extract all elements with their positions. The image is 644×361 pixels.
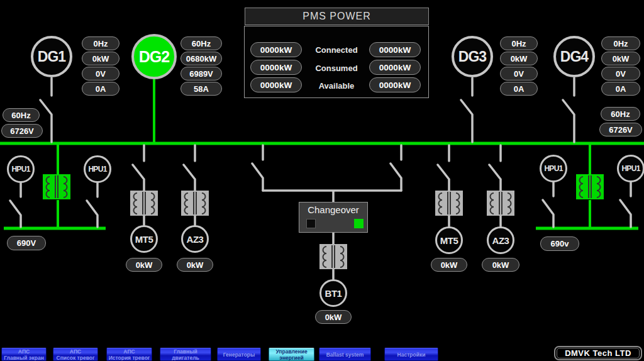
right-az3-power: 0kW [482, 258, 519, 272]
dg4-frequency: 0Hz [601, 36, 640, 50]
pms-connected-left-value: 0000kW [250, 42, 302, 57]
right-az3[interactable]: AZ3 [487, 226, 514, 254]
changeover-title: Changeover [299, 204, 367, 215]
generator-dg1[interactable]: DG1 [31, 36, 72, 77]
nav-generators[interactable]: Генераторы [217, 348, 261, 361]
left-bus-voltage: 6726V [1, 124, 43, 138]
left-az3-power: 0kW [177, 258, 213, 272]
dg4-breaker-open[interactable] [563, 78, 574, 142]
changeover-left-breaker-open[interactable] [252, 145, 263, 191]
left-mt5-power: 0kW [126, 258, 162, 272]
nav-label: История тревог [109, 355, 150, 361]
nav-label: Настройки [397, 352, 426, 358]
right-hpu1-b[interactable]: HPU1 [617, 155, 644, 182]
dg4-current: 0A [601, 82, 640, 96]
right-az3-transformer [487, 191, 514, 216]
dg2-power: 0680kW [180, 52, 222, 65]
right-mt5[interactable]: MT5 [435, 226, 463, 254]
right-bus-frequency: 60Hz [601, 107, 640, 121]
left-bus-frequency: 60Hz [3, 108, 40, 122]
pms-consumed-right-value: 0000kW [369, 60, 421, 75]
vendor-brand-box: DMVK Tech LTD [554, 346, 642, 360]
right-hpu1-a-breaker-open[interactable] [543, 182, 553, 227]
dg2-voltage: 6989V [180, 67, 222, 81]
generator-dg3[interactable]: DG3 [452, 36, 493, 77]
changeover-indicator-on [354, 219, 364, 228]
right-mt5-transformer [435, 191, 463, 216]
nav-settings[interactable]: Настройки [384, 348, 438, 361]
nav-power-management-active[interactable]: Управление энергией [269, 348, 314, 361]
left-hpu1-b-breaker-open[interactable] [87, 183, 97, 227]
right-mt5-power: 0kW [431, 258, 467, 272]
pms-available-label: Available [302, 81, 371, 91]
nav-aps-alarm-history[interactable]: АПС История тревог [106, 348, 152, 361]
nav-label: АПС [18, 348, 30, 355]
left-mt5-transformer [130, 191, 158, 216]
bt1-power: 0kW [315, 310, 352, 324]
changeover-tie-line [263, 191, 401, 202]
left-az3-transformer [181, 191, 209, 216]
dg3-current: 0A [500, 82, 538, 96]
left-subbus-voltage: 690V [7, 236, 46, 250]
pms-panel-title: PMS POWER [245, 8, 429, 25]
nav-label: Ballast system [326, 352, 364, 358]
left-690v-transformer[interactable] [43, 174, 70, 199]
generator-dg2-running[interactable]: DG2 [131, 34, 177, 79]
nav-label: Управление [275, 348, 307, 355]
dg2-frequency: 60Hz [180, 36, 222, 50]
right-690v-transformer[interactable] [576, 174, 604, 199]
generator-dg4[interactable]: DG4 [553, 36, 595, 77]
bottom-navbar: АПС Главный экран АПС Список тревог АПС … [0, 345, 644, 361]
nav-label: энергией [279, 355, 303, 361]
dg4-power: 0kW [601, 52, 640, 65]
dg3-breaker-open[interactable] [461, 78, 472, 142]
right-bus-voltage: 6726V [599, 123, 642, 136]
nav-label: Генераторы [223, 352, 255, 358]
pms-screen: PMS POWER 0000kW Connected 0000kW 0000kW… [0, 0, 644, 361]
nav-aps-alarm-list[interactable]: АПС Список тревог [53, 348, 98, 361]
dg1-power: 0kW [82, 52, 119, 65]
changeover-panel[interactable]: Changeover [299, 202, 368, 233]
nav-label: Главный экран [4, 355, 44, 361]
dg4-voltage: 0V [601, 67, 640, 81]
right-subbus-voltage: 690v [540, 236, 579, 251]
bt1-consumer[interactable]: BT1 [319, 279, 347, 307]
pms-connected-right-value: 0000kW [369, 42, 421, 57]
nav-label: Главный двигатель [160, 348, 211, 361]
changeover-indicator-off [306, 219, 316, 228]
dg1-frequency: 0Hz [82, 36, 119, 50]
pms-available-left-value: 0000kW [250, 77, 302, 92]
dg1-current: 0A [82, 82, 119, 96]
pms-available-right-value: 0000kW [369, 77, 421, 92]
nav-main-engine[interactable]: Главный двигатель [160, 348, 211, 361]
pms-consumed-label: Consumed [302, 64, 371, 73]
left-hpu1-a[interactable]: HPU1 [7, 155, 35, 183]
changeover-right-breaker-open[interactable] [391, 145, 401, 191]
dg2-current: 58A [180, 82, 222, 96]
pms-connected-label: Connected [302, 45, 371, 55]
bt1-transformer [319, 244, 347, 269]
left-mt5[interactable]: MT5 [130, 225, 158, 253]
nav-label: АПС [123, 348, 135, 355]
nav-label: АПС [70, 348, 81, 355]
dg3-voltage: 0V [500, 67, 538, 81]
dg3-power: 0kW [500, 52, 538, 65]
vendor-brand-label: DMVK Tech LTD [557, 348, 640, 358]
left-hpu1-a-breaker-open[interactable] [10, 183, 21, 227]
left-hpu1-b[interactable]: HPU1 [84, 155, 111, 183]
dg3-frequency: 0Hz [500, 36, 538, 50]
nav-ballast-system[interactable]: Ballast system [319, 348, 371, 361]
nav-aps-main-screen[interactable]: АПС Главный экран [1, 348, 47, 361]
nav-label: Список тревог [57, 355, 95, 361]
pms-consumed-left-value: 0000kW [250, 60, 302, 75]
dg1-voltage: 0V [82, 67, 119, 81]
right-hpu1-a[interactable]: HPU1 [540, 155, 567, 182]
left-az3[interactable]: AZ3 [181, 225, 209, 253]
right-hpu1-b-breaker-open[interactable] [620, 182, 631, 227]
